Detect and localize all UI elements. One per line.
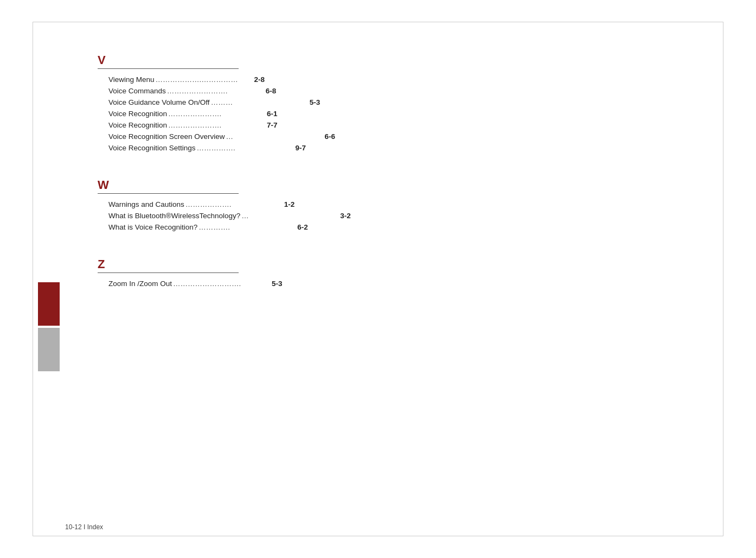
- entry-page: 9-7: [296, 144, 306, 152]
- entry-title: Zoom In /Zoom Out: [108, 280, 172, 288]
- entry-page: 5-3: [310, 98, 321, 106]
- entry-title: What is Bluetooth®WirelessTechnology?: [108, 212, 240, 220]
- sidebar-tab-light: [38, 328, 60, 371]
- w-section-letter: W: [98, 179, 109, 191]
- entry-dots: ………………….: [167, 121, 265, 129]
- entry-title: Warnings and Cautions: [108, 200, 184, 208]
- z-section: ZZoom In /Zoom Out……………………….5-3: [98, 258, 691, 288]
- entry-page: 6-2: [297, 223, 308, 231]
- entry-title: Voice Recognition Screen Overview: [108, 132, 225, 141]
- entry-title: What is Voice Recognition?: [108, 223, 197, 231]
- entry-page: 2-8: [254, 75, 265, 84]
- w-section-header: W: [98, 179, 239, 194]
- w-section: WWarnings and Cautions ……………….1-2What is…: [98, 179, 691, 231]
- index-entry: Voice Recognition ………………….7-7: [108, 121, 691, 129]
- w-section-entries: Warnings and Cautions ……………….1-2What is …: [98, 200, 691, 231]
- entry-page: 5-3: [272, 280, 283, 288]
- entry-page: 3-2: [340, 212, 351, 220]
- entry-dots: ……………….……………: [155, 75, 252, 84]
- v-section-header: V: [98, 54, 239, 69]
- index-entry: Voice Recognition Screen Overview …6-6: [108, 132, 691, 141]
- z-section-header: Z: [98, 258, 239, 273]
- index-entry: Voice Recognition Settings …………….9-7: [108, 144, 691, 152]
- entry-page: 7-7: [267, 121, 278, 129]
- main-content: VViewing Menu ……………….……………2-8Voice Comma…: [65, 22, 713, 536]
- entry-dots: ……………….: [184, 200, 282, 208]
- page-border-right: [723, 22, 723, 536]
- v-section-letter: V: [98, 54, 106, 66]
- entry-dots: ………: [210, 98, 307, 106]
- index-entry: Voice Commands …………………….6-8: [108, 87, 691, 95]
- entry-page: 6-1: [267, 110, 278, 118]
- z-section-entries: Zoom In /Zoom Out……………………….5-3: [98, 280, 691, 288]
- entry-title: Voice Recognition: [108, 110, 167, 118]
- entry-page: 1-2: [284, 200, 295, 208]
- entry-title: Voice Guidance Volume On/Off: [108, 98, 210, 106]
- sidebar-tab-dark: [38, 282, 60, 326]
- entry-dots: ………….: [197, 223, 295, 231]
- entry-dots: ………………….: [167, 110, 265, 118]
- index-entry: What is Voice Recognition? ………….6-2: [108, 223, 691, 231]
- footer: 10-12 I Index: [65, 523, 103, 531]
- entry-title: Voice Recognition: [108, 121, 167, 129]
- footer-text: 10-12 I Index: [65, 523, 103, 531]
- v-section-entries: Viewing Menu ……………….……………2-8Voice Comman…: [98, 75, 691, 152]
- v-section: VViewing Menu ……………….……………2-8Voice Comma…: [98, 54, 691, 152]
- index-entry: Zoom In /Zoom Out……………………….5-3: [108, 280, 691, 288]
- index-entry: Voice Guidance Volume On/Off ………5-3: [108, 98, 691, 106]
- index-entry: Warnings and Cautions ……………….1-2: [108, 200, 691, 208]
- entry-title: Voice Recognition Settings: [108, 144, 196, 152]
- entry-dots: ……………………….: [172, 280, 270, 288]
- z-section-letter: Z: [98, 258, 105, 270]
- left-sidebar: [33, 22, 65, 536]
- entry-dots: …: [225, 132, 323, 141]
- entry-dots: …………….: [196, 144, 293, 152]
- index-entry: Viewing Menu ……………….……………2-8: [108, 75, 691, 84]
- index-entry: Voice Recognition ………………….6-1: [108, 110, 691, 118]
- entry-title: Viewing Menu: [108, 75, 155, 84]
- entry-dots: …………………….: [166, 87, 264, 95]
- index-entry: What is Bluetooth®WirelessTechnology? …3…: [108, 212, 691, 220]
- entry-dots: …: [240, 212, 338, 220]
- entry-page: 6-8: [266, 87, 277, 95]
- entry-title: Voice Commands: [108, 87, 166, 95]
- entry-page: 6-6: [325, 132, 336, 141]
